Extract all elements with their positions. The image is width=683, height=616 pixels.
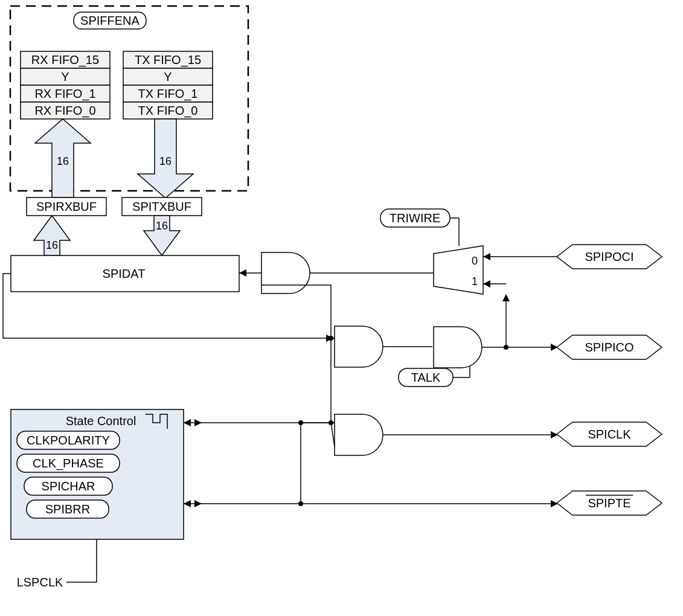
tx-arrow-bottom-width: 16 bbox=[156, 220, 168, 232]
and-gate-2 bbox=[335, 326, 383, 367]
lspclk-label: LSPCLK bbox=[17, 576, 63, 589]
and-gate-1 bbox=[261, 252, 310, 294]
vertical-bus-top bbox=[261, 285, 331, 355]
and-gate-3 bbox=[335, 414, 383, 455]
svg-point-14 bbox=[504, 345, 508, 350]
tx-fifo-y: Y bbox=[164, 70, 172, 83]
sc-bot-back-arrow bbox=[184, 500, 191, 507]
svg-text:SPIPOCI: SPIPOCI bbox=[585, 250, 633, 263]
mux-in0-arrow bbox=[483, 253, 490, 260]
tx-fifo-1: TX FIFO_1 bbox=[138, 87, 198, 101]
spipte-hex: SPIPTE bbox=[557, 491, 662, 515]
state-control-box bbox=[11, 409, 184, 539]
spipoci-hex: SPIPOCI bbox=[557, 245, 662, 269]
sc-bot-fwd-arrow bbox=[194, 500, 202, 507]
feedback-up-arrow bbox=[502, 294, 510, 301]
sc-top-back-arrow bbox=[184, 419, 191, 426]
spibrr-label: SPIBRR bbox=[45, 502, 90, 516]
rx-fifo-1: RX FIFO_1 bbox=[34, 87, 95, 101]
spitxbuf-label: SPITXBUF bbox=[132, 200, 191, 213]
mux-in1-arrow bbox=[483, 280, 490, 287]
spipte-out-arrow bbox=[551, 500, 558, 507]
rx-fifo-y: Y bbox=[61, 70, 69, 83]
spiclk-hex: SPICLK bbox=[557, 422, 662, 446]
mux-0: 0 bbox=[472, 255, 478, 267]
svg-text:SPIPICO: SPIPICO bbox=[585, 341, 633, 354]
rx-fifo-0: RX FIFO_0 bbox=[34, 104, 95, 118]
svg-text:SPICLK: SPICLK bbox=[588, 428, 631, 441]
state-control-title: State Control bbox=[66, 414, 136, 428]
spiffena-label: SPIFFENA bbox=[80, 14, 139, 27]
tx-fifo-stack: TX FIFO_15 Y TX FIFO_1 TX FIFO_0 bbox=[123, 51, 213, 119]
talk-label: TALK bbox=[411, 371, 441, 384]
buffer-talk bbox=[434, 327, 482, 368]
tx-fifo-15: TX FIFO_15 bbox=[135, 53, 201, 67]
spipico-hex: SPIPICO bbox=[557, 335, 662, 359]
clkphase-label: CLK_PHASE bbox=[33, 457, 104, 470]
spidat-label: SPIDAT bbox=[103, 267, 146, 280]
rx-arrow-top-width: 16 bbox=[57, 155, 69, 167]
mux-1: 1 bbox=[472, 275, 478, 287]
svg-line-40 bbox=[331, 423, 335, 447]
and1-out-arrow bbox=[239, 269, 246, 277]
tx-arrow-top-width: 16 bbox=[159, 155, 172, 167]
spirxbuf-label: SPIRXBUF bbox=[36, 200, 97, 213]
rx-fifo-stack: RX FIFO_15 Y RX FIFO_1 RX FIFO_0 bbox=[21, 51, 110, 119]
svg-text:SPIPTE: SPIPTE bbox=[588, 496, 630, 510]
rx-fifo-15: RX FIFO_15 bbox=[31, 53, 99, 67]
spichar-label: SPICHAR bbox=[42, 480, 95, 493]
triwire-label: TRIWIRE bbox=[390, 211, 440, 225]
rx-arrow-bottom-width: 16 bbox=[46, 239, 58, 251]
sc-top-fwd-arrow bbox=[194, 419, 202, 426]
clkpolarity-label: CLKPOLARITY bbox=[27, 434, 110, 447]
tx-fifo-0: TX FIFO_0 bbox=[138, 104, 198, 118]
spiclk-out-arrow bbox=[551, 431, 558, 438]
